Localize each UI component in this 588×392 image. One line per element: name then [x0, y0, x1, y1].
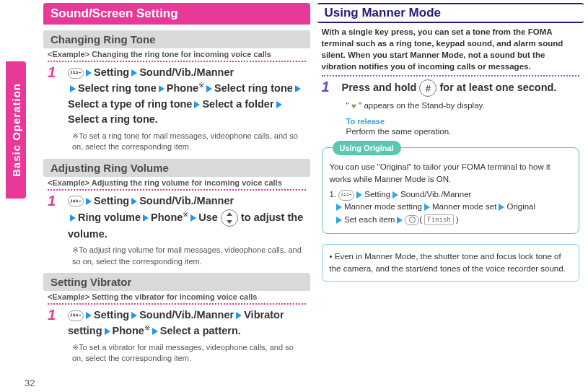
- note: ※To set a ring tone for mail messages, v…: [72, 131, 306, 153]
- divider: [48, 303, 306, 305]
- hash-key-icon: #: [419, 79, 436, 97]
- content-columns: Sound/Screen Setting Changing Ring Tone …: [43, 0, 588, 392]
- left-main-title: Sound/Screen Setting: [43, 3, 310, 25]
- section-example: <Example> Setting the vibrator for incom…: [48, 292, 306, 301]
- step-number: 1: [48, 308, 61, 339]
- section-heading: Setting Vibrator: [43, 273, 310, 291]
- info-path: 1. ﾒﾆｭｰSettingSound/Vib./Manner Manner m…: [330, 188, 572, 226]
- notice-box: • Even in Manner Mode, the shutter tone …: [322, 244, 580, 282]
- divider: [322, 75, 580, 77]
- divider: [48, 61, 306, 62]
- step-number: 1: [48, 193, 61, 243]
- section-tab: Basic Operation: [6, 61, 26, 199]
- release-text: Perform the same operation.: [346, 126, 580, 138]
- camera-key-icon: [405, 215, 419, 225]
- step-body: ﾒﾆｭｰSettingSound/Vib./Manner Ring volume…: [68, 193, 306, 243]
- menu-icon: ﾒﾆｭｰ: [338, 190, 354, 201]
- release-title: To release: [346, 117, 580, 126]
- section-heading: Adjusting Ring Volume: [43, 159, 310, 177]
- menu-icon: ﾒﾆｭｰ: [68, 310, 84, 321]
- step-body: Press and hold # for at least one second…: [342, 79, 557, 97]
- step-number: 1: [322, 79, 335, 97]
- finish-button-label: Finish: [424, 214, 454, 226]
- divider: [48, 189, 306, 191]
- info-box: Using Original You can use "Original" to…: [322, 147, 580, 234]
- step: 1 ﾒﾆｭｰSettingSound/Vib./Manner Select ri…: [48, 65, 306, 128]
- heart-icon: ♥: [351, 100, 356, 113]
- step: 1 ﾒﾆｭｰSettingSound/Vib./MannerVibrator s…: [48, 308, 306, 339]
- section-heading: Changing Ring Tone: [43, 30, 310, 48]
- sidebar: Basic Operation 32: [0, 0, 43, 392]
- info-intro: You can use "Original" to tailor your FO…: [330, 161, 572, 186]
- step-body: ﾒﾆｭｰSettingSound/Vib./Manner Select ring…: [68, 65, 306, 128]
- menu-icon: ﾒﾆｭｰ: [68, 196, 84, 206]
- left-column: Sound/Screen Setting Changing Ring Tone …: [43, 3, 310, 389]
- info-tag: Using Original: [333, 141, 401, 156]
- section-example: <Example> Adjusting the ring volume for …: [48, 178, 306, 187]
- arrow-icon: [86, 69, 92, 77]
- step-body: ﾒﾆｭｰSettingSound/Vib./MannerVibrator set…: [68, 308, 306, 339]
- standby-note: " ♥ " appears on the Stand-by display.: [346, 100, 580, 113]
- step: 1 Press and hold # for at least one seco…: [322, 79, 580, 97]
- nav-key-icon: [221, 209, 238, 227]
- note: ※To set a vibrator for mail messages, vi…: [72, 342, 306, 365]
- section-example: <Example> Changing the ring tone for inc…: [48, 50, 306, 58]
- right-column: Using Manner Mode With a single key pres…: [317, 3, 584, 389]
- note: ※To adjust ring volume for mail messages…: [72, 245, 306, 267]
- intro-text: With a single key press, you can set a t…: [322, 26, 580, 72]
- right-main-title: Using Manner Mode: [317, 3, 584, 23]
- menu-icon: ﾒﾆｭｰ: [68, 68, 84, 79]
- step-number: 1: [48, 65, 61, 128]
- step: 1 ﾒﾆｭｰSettingSound/Vib./Manner Ring volu…: [48, 193, 306, 243]
- page-number: 32: [25, 378, 35, 388]
